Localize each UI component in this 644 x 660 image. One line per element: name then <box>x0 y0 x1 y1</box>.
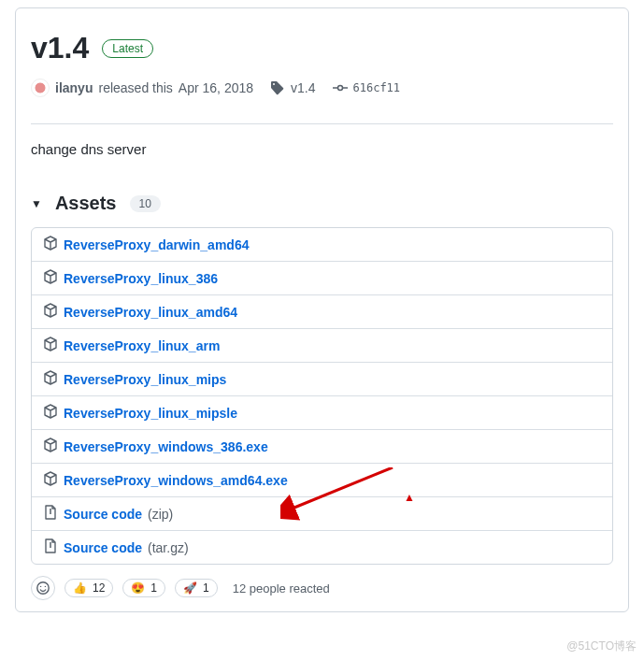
asset-row[interactable]: ReverseProxy_windows_amd64.exe <box>32 463 612 496</box>
asset-row[interactable]: ReverseProxy_darwin_amd64 <box>32 228 612 261</box>
package-icon <box>43 438 58 455</box>
package-icon <box>43 236 58 253</box>
thumbs-up-emoji: 👍 <box>73 581 87 595</box>
tag-name: v1.4 <box>291 80 315 95</box>
reaction-summary: 12 people reacted <box>233 581 330 595</box>
svg-point-5 <box>45 586 46 587</box>
asset-row[interactable]: ReverseProxy_linux_mips <box>32 362 612 395</box>
author-block[interactable]: ilanyu released this Apr 16, 2018 <box>31 79 253 97</box>
asset-row[interactable]: Source code (zip) <box>32 496 612 530</box>
divider <box>31 123 613 124</box>
rocket-emoji: 🚀 <box>183 581 197 595</box>
asset-extension: (tar.gz) <box>148 540 189 555</box>
reaction-heart-eyes[interactable]: 😍 1 <box>122 579 165 597</box>
asset-link[interactable]: ReverseProxy_linux_mips <box>64 372 226 387</box>
reaction-rocket[interactable]: 🚀 1 <box>175 579 218 597</box>
svg-point-4 <box>40 586 41 587</box>
release-body: change dns server <box>31 141 613 157</box>
commit-icon <box>333 80 348 95</box>
title-row: v1.4 Latest <box>31 31 613 65</box>
released-text: released this <box>98 80 172 95</box>
asset-link[interactable]: Source code <box>64 540 142 555</box>
package-icon <box>43 303 58 321</box>
asset-link[interactable]: Source code <box>64 507 142 522</box>
latest-badge: Latest <box>102 39 153 58</box>
rocket-count: 1 <box>203 581 209 595</box>
reaction-thumbs-up[interactable]: 👍 12 <box>64 579 113 597</box>
assets-count: 10 <box>130 195 161 212</box>
tag-block[interactable]: v1.4 <box>270 80 315 95</box>
asset-link[interactable]: ReverseProxy_linux_386 <box>64 271 218 286</box>
package-icon <box>43 370 58 388</box>
heart-eyes-count: 1 <box>150 581 157 595</box>
package-icon <box>43 404 58 422</box>
svg-point-0 <box>337 86 342 91</box>
asset-link[interactable]: ReverseProxy_linux_mipsle <box>64 406 237 421</box>
file-zip-icon <box>43 505 58 523</box>
assets-toggle[interactable]: ▼ Assets 10 <box>31 193 613 214</box>
package-icon <box>43 269 58 287</box>
release-card: v1.4 Latest ilanyu released this Apr 16,… <box>15 7 629 612</box>
tag-icon <box>270 80 285 95</box>
asset-row[interactable]: ReverseProxy_windows_386.exe <box>32 429 612 463</box>
file-zip-icon <box>43 538 58 556</box>
release-title: v1.4 <box>31 31 89 65</box>
package-icon <box>43 337 58 354</box>
add-reaction-button[interactable] <box>31 576 55 600</box>
release-date: Apr 16, 2018 <box>179 80 253 95</box>
asset-list: ReverseProxy_darwin_amd64ReverseProxy_li… <box>31 227 613 565</box>
heart-eyes-emoji: 😍 <box>131 581 145 595</box>
meta-row: ilanyu released this Apr 16, 2018 v1.4 6… <box>31 79 613 97</box>
author-name[interactable]: ilanyu <box>55 80 93 95</box>
watermark: @51CTO博客 <box>566 638 637 654</box>
asset-row[interactable]: ReverseProxy_linux_mipsle <box>32 395 612 429</box>
thumbs-up-count: 12 <box>93 581 105 595</box>
svg-point-3 <box>37 582 49 594</box>
commit-block[interactable]: 616cf11 <box>333 80 401 95</box>
asset-link[interactable]: ReverseProxy_linux_arm <box>64 338 220 353</box>
asset-extension: (zip) <box>148 507 173 522</box>
asset-row[interactable]: ReverseProxy_linux_amd64 <box>32 294 612 328</box>
commit-hash: 616cf11 <box>353 81 401 94</box>
asset-row[interactable]: Source code (tar.gz) <box>32 530 612 564</box>
asset-link[interactable]: ReverseProxy_linux_amd64 <box>64 305 237 320</box>
asset-row[interactable]: ReverseProxy_linux_386 <box>32 261 612 294</box>
asset-link[interactable]: ReverseProxy_darwin_amd64 <box>64 237 249 252</box>
smiley-icon <box>36 581 50 595</box>
assets-heading: Assets <box>55 193 117 214</box>
caret-down-icon: ▼ <box>31 197 42 210</box>
package-icon <box>43 471 58 489</box>
asset-row[interactable]: ReverseProxy_linux_arm <box>32 328 612 362</box>
avatar[interactable] <box>31 79 50 97</box>
asset-link[interactable]: ReverseProxy_windows_386.exe <box>64 439 268 454</box>
asset-link[interactable]: ReverseProxy_windows_amd64.exe <box>64 473 288 488</box>
reactions-bar: 👍 12 😍 1 🚀 1 12 people reacted <box>31 576 613 600</box>
